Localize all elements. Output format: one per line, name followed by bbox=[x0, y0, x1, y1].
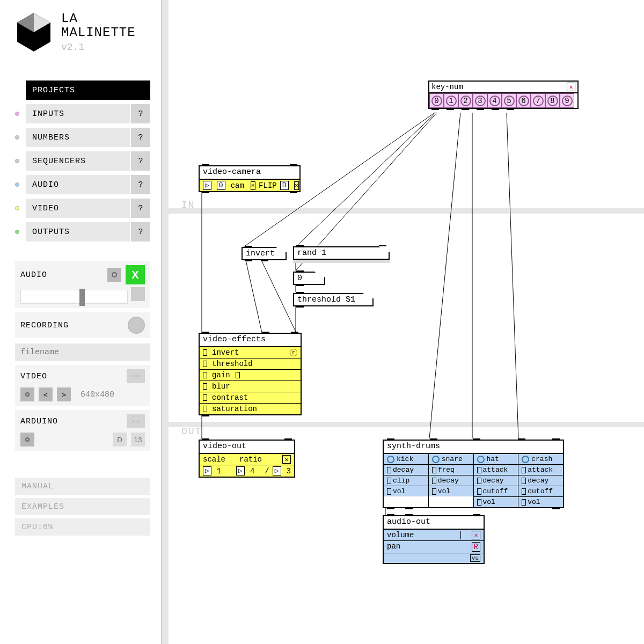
arduino-pin[interactable]: 13 bbox=[131, 433, 145, 447]
menu-sequencers[interactable]: SEQUENCERS bbox=[26, 151, 130, 171]
drum-hat-cutoff[interactable]: cutoff bbox=[474, 486, 518, 496]
record-button[interactable] bbox=[128, 317, 145, 334]
help-numbers[interactable]: ? bbox=[131, 128, 150, 147]
node-audio-out[interactable]: audio-out volume ✕ panR vu bbox=[383, 515, 485, 564]
patch-canvas[interactable]: IN OUT key-num ✕ 0123456789 video-came bbox=[169, 0, 644, 644]
msg-rand[interactable]: rand 1 bbox=[293, 246, 390, 260]
menu-outputs[interactable]: OUTPUTS bbox=[26, 222, 130, 241]
close-icon[interactable]: ✕ bbox=[567, 83, 575, 91]
veff-row-gain[interactable]: gain bbox=[200, 369, 301, 380]
video-rec-icon[interactable] bbox=[20, 387, 34, 401]
drum-snare-decay[interactable]: decay bbox=[429, 475, 473, 486]
key-4[interactable]: 4 bbox=[487, 93, 502, 108]
drum-kick-clip[interactable]: clip bbox=[384, 475, 428, 486]
dot-video bbox=[15, 206, 19, 210]
drum-hat-decay[interactable]: decay bbox=[474, 475, 518, 486]
vout-a[interactable]: 1 bbox=[217, 467, 221, 475]
msg-invert[interactable]: invert bbox=[241, 247, 287, 260]
x-icon[interactable]: ✕ bbox=[251, 181, 255, 190]
arduino-d-label[interactable]: D bbox=[113, 433, 127, 447]
drum-snare-vol[interactable]: vol bbox=[429, 486, 473, 496]
vcam-zero[interactable]: 0 bbox=[217, 181, 225, 190]
video-prev-icon[interactable]: < bbox=[39, 387, 53, 401]
vout-b[interactable]: 4 bbox=[250, 467, 254, 475]
menu-projects[interactable]: PROJECTS bbox=[26, 80, 150, 100]
vcam-d[interactable]: D bbox=[280, 181, 289, 190]
drum-head-snare[interactable]: snare bbox=[429, 453, 473, 464]
veff-row-contrast[interactable]: contrast bbox=[200, 392, 301, 403]
node-synth-drums[interactable]: synth-drums kickdecayclipvolsnarefreqdec… bbox=[383, 440, 564, 508]
audio-mute-icon[interactable] bbox=[131, 287, 145, 301]
video-resolution: 640x480 bbox=[80, 390, 114, 399]
arduino-connect-icon[interactable] bbox=[20, 433, 34, 447]
link-manual[interactable]: MANUAL bbox=[15, 478, 150, 495]
x-icon[interactable]: ✕ bbox=[294, 181, 299, 190]
link-examples[interactable]: EXAMPLES bbox=[15, 498, 150, 515]
drum-head-hat[interactable]: hat bbox=[474, 453, 518, 464]
svg-line-5 bbox=[296, 113, 436, 247]
sidebar-divider[interactable] bbox=[161, 0, 169, 644]
help-sequencers[interactable]: ? bbox=[131, 151, 150, 171]
drum-head-kick[interactable]: kick bbox=[384, 453, 428, 464]
msg-threshold-label: threshold $1 bbox=[297, 295, 355, 304]
svg-line-13 bbox=[429, 113, 460, 438]
key-5[interactable]: 5 bbox=[502, 93, 516, 108]
app-title-2: MALINETTE bbox=[61, 26, 136, 40]
key-7[interactable]: 7 bbox=[531, 93, 545, 108]
video-dash[interactable]: -- bbox=[127, 369, 145, 383]
filename-input[interactable] bbox=[15, 343, 150, 361]
vout-scale: scale bbox=[203, 455, 225, 464]
dot-sequencers bbox=[15, 159, 19, 163]
msg-threshold[interactable]: threshold $1 bbox=[293, 293, 374, 306]
veff-row-threshold[interactable]: threshold bbox=[200, 358, 301, 369]
drum-hat-vol[interactable]: vol bbox=[474, 496, 518, 507]
vout-c[interactable]: 3 bbox=[287, 467, 291, 475]
video-camera-title: video-camera bbox=[200, 166, 299, 179]
dot-inputs bbox=[15, 112, 19, 116]
menu-numbers[interactable]: NUMBERS bbox=[26, 128, 130, 147]
drum-crash-vol[interactable]: vol bbox=[518, 496, 563, 507]
key-1[interactable]: 1 bbox=[444, 93, 458, 108]
close-icon[interactable]: ✕ bbox=[282, 455, 291, 464]
arduino-dash[interactable]: -- bbox=[127, 414, 145, 428]
menu-video[interactable]: VIDEO bbox=[26, 199, 130, 218]
audio-toggle-icon[interactable] bbox=[107, 268, 121, 282]
node-video-camera[interactable]: video-camera ▷ 0 cam ✕ FLIP D ✕ bbox=[199, 165, 301, 192]
drum-hat-attack[interactable]: attack bbox=[474, 464, 518, 475]
help-inputs[interactable]: ? bbox=[131, 104, 150, 123]
key-2[interactable]: 2 bbox=[458, 93, 473, 108]
help-video[interactable]: ? bbox=[131, 199, 150, 218]
node-key-num[interactable]: key-num ✕ 0123456789 bbox=[428, 80, 579, 109]
msg-zero[interactable]: 0 bbox=[293, 272, 325, 285]
veff-row-saturation[interactable]: saturation bbox=[200, 403, 301, 414]
audio-volume-slider[interactable] bbox=[20, 290, 128, 304]
drum-crash-decay[interactable]: decay bbox=[518, 475, 563, 486]
drum-kick-decay[interactable]: decay bbox=[384, 464, 428, 475]
aout-r[interactable]: R bbox=[472, 542, 480, 552]
menu-inputs[interactable]: INPUTS bbox=[26, 104, 130, 123]
key-3[interactable]: 3 bbox=[473, 93, 487, 108]
menu-audio[interactable]: AUDIO bbox=[26, 175, 130, 194]
help-audio[interactable]: ? bbox=[131, 175, 150, 194]
audio-close-button[interactable]: X bbox=[126, 265, 145, 284]
close-icon[interactable]: ✕ bbox=[472, 531, 480, 539]
node-video-out[interactable]: video-out scale ratio ✕ ▷1 ▷4 / ▷3 bbox=[199, 440, 295, 478]
drum-crash-attack[interactable]: attack bbox=[518, 464, 563, 475]
key-0[interactable]: 0 bbox=[429, 93, 444, 108]
node-video-effects[interactable]: video-effects invertrthresholdgainblurco… bbox=[199, 333, 302, 415]
drum-snare-freq[interactable]: freq bbox=[429, 464, 473, 475]
help-outputs[interactable]: ? bbox=[131, 222, 150, 241]
key-9[interactable]: 9 bbox=[560, 93, 574, 108]
video-next-icon[interactable]: > bbox=[57, 387, 71, 401]
veff-row-blur[interactable]: blur bbox=[200, 380, 301, 392]
drum-head-crash[interactable]: crash bbox=[518, 453, 563, 464]
drum-crash-cutoff[interactable]: cutoff bbox=[518, 486, 563, 496]
sidebar: LA MALINETTE v2.1 PROJECTS INPUTS ? NUMB… bbox=[0, 0, 161, 644]
video-effects-title: video-effects bbox=[200, 334, 301, 347]
key-6[interactable]: 6 bbox=[516, 93, 531, 108]
video-out-title: video-out bbox=[200, 441, 294, 453]
veff-row-invert[interactable]: invertr bbox=[200, 347, 301, 358]
key-8[interactable]: 8 bbox=[545, 93, 560, 108]
drum-kick-vol[interactable]: vol bbox=[384, 486, 428, 496]
svg-line-7 bbox=[246, 260, 262, 333]
